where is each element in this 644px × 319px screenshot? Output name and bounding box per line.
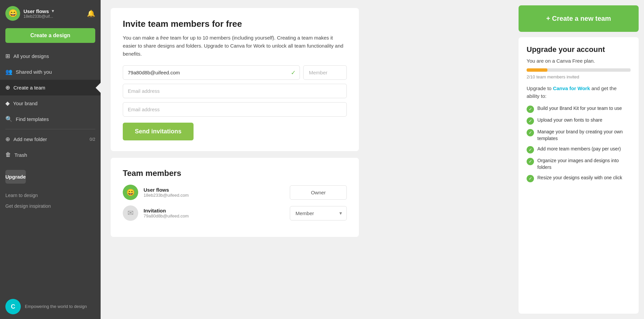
user-email: 18eb233b@uif...: [23, 14, 84, 19]
templates-icon: 🔍: [5, 116, 12, 123]
sidebar-item-find-templates[interactable]: 🔍 Find templates: [0, 111, 101, 127]
check-circle-icon: ✓: [527, 175, 534, 182]
member-avatar-invitation: ✉: [123, 205, 138, 221]
check-circle-icon: ✓: [527, 129, 534, 136]
create-new-team-button[interactable]: + Create a new team: [519, 5, 639, 32]
team-card: Team members 😄 User flows 18eb233b@uifee…: [111, 158, 359, 237]
invite-title: Invite team members for free: [123, 19, 347, 29]
role-box-owner: Owner: [290, 185, 347, 200]
member-avatar-owner: 😄: [123, 185, 138, 200]
email-input-3[interactable]: [123, 102, 347, 117]
sidebar-item-add-folder[interactable]: ⊕ Add new folder 0/2: [0, 131, 101, 147]
check-circle-icon: ✓: [527, 146, 534, 153]
sidebar-link-inspiration[interactable]: Get design inspiration: [5, 201, 95, 211]
chevron-down-icon: ▼: [51, 9, 55, 13]
canva-logo: C: [5, 299, 21, 314]
email-input-wrap-1: ✓: [123, 65, 300, 80]
feature-list: ✓ Build your Brand Kit for your team to …: [527, 105, 631, 182]
progress-label: 2/10 team members invited: [527, 74, 631, 79]
progress-bar: [527, 68, 631, 72]
sidebar-item-trash[interactable]: 🗑 Trash: [0, 147, 101, 163]
upgrade-subtitle: You are on a Canva Free plan.: [527, 58, 631, 64]
role-select-invitation[interactable]: Member Admin: [290, 206, 347, 220]
shared-icon: 👥: [5, 68, 12, 75]
sidebar-footer-links: Learn to design Get design inspiration: [0, 188, 101, 214]
member-email-invitation: 79a80d8b@uifeed.com: [144, 213, 284, 218]
check-circle-icon: ✓: [527, 158, 534, 165]
send-invitations-button[interactable]: Send invitations: [123, 123, 194, 140]
progress-bar-fill: [527, 68, 547, 72]
member-info-invitation: Invitation 79a80d8b@uifeed.com: [144, 208, 284, 218]
team-icon: ⊕: [5, 84, 10, 91]
main-content: Invite team members for free You can mak…: [101, 0, 513, 319]
trash-icon: 🗑: [5, 151, 11, 158]
member-email-owner: 18eb233b@uifeed.com: [144, 193, 284, 198]
email-valid-check-icon: ✓: [291, 69, 296, 76]
upgrade-button[interactable]: Upgrade: [5, 170, 26, 184]
folder-badge: 0/2: [90, 137, 95, 142]
table-row: ✉ Invitation 79a80d8b@uifeed.com Member …: [123, 205, 347, 221]
canva-tagline: Empowering the world to design: [25, 304, 87, 310]
list-item: ✓ Organize your images and designs into …: [527, 157, 631, 171]
sidebar-link-learn[interactable]: Learn to design: [5, 190, 95, 200]
right-panel: + Create a new team Upgrade your account…: [513, 0, 644, 319]
sidebar-item-your-brand[interactable]: ◆ Your brand: [0, 95, 101, 111]
sidebar-divider: [5, 129, 95, 129]
upgrade-card: Upgrade your account You are on a Canva …: [519, 37, 639, 314]
email-row-1: ✓ Member Admin Member: [123, 65, 347, 80]
member-info-owner: User flows 18eb233b@uifeed.com: [144, 187, 284, 198]
invite-card: Invite team members for free You can mak…: [111, 8, 359, 151]
create-design-button[interactable]: Create a design: [5, 28, 95, 43]
upgrade-card-title: Upgrade your account: [527, 45, 631, 54]
role-select-wrap-invitation: Member Admin ▼: [290, 206, 347, 220]
sidebar-item-all-designs[interactable]: ⊞ All your designs: [0, 48, 101, 64]
sidebar-item-shared[interactable]: 👥 Shared with you: [0, 64, 101, 80]
email-input-1[interactable]: [123, 65, 300, 80]
email-input-2[interactable]: [123, 84, 347, 98]
table-row: 😄 User flows 18eb233b@uifeed.com Owner: [123, 185, 347, 200]
user-info: User flows ▼ 18eb233b@uif...: [23, 8, 84, 19]
user-name: User flows ▼: [23, 8, 84, 14]
list-item: ✓ Add more team members (pay per user): [527, 146, 631, 153]
canva-for-work-link[interactable]: Canva for Work: [553, 85, 590, 91]
sidebar: 😄 User flows ▼ 18eb233b@uif... 🔔 Create …: [0, 0, 101, 319]
sidebar-bottom: C Empowering the world to design: [0, 294, 101, 319]
member-name-owner: User flows: [144, 187, 284, 193]
upgrade-cta-text: Upgrade to Canva for Work and get the ab…: [527, 85, 631, 100]
check-circle-icon: ✓: [527, 106, 534, 113]
sidebar-item-create-team[interactable]: ⊕ Create a team: [0, 80, 101, 95]
role-select-1[interactable]: Member Admin Member: [303, 65, 347, 80]
add-folder-icon: ⊕: [5, 136, 10, 143]
check-circle-icon: ✓: [527, 117, 534, 125]
list-item: ✓ Resize your designs easily with one cl…: [527, 175, 631, 182]
invite-description: You can make a free team for up to 10 me…: [123, 34, 347, 58]
list-item: ✓ Upload your own fonts to share: [527, 117, 631, 125]
member-name-invitation: Invitation: [144, 208, 284, 213]
notification-bell-icon[interactable]: 🔔: [87, 9, 95, 17]
list-item: ✓ Manage your brand by creating your own…: [527, 129, 631, 142]
grid-icon: ⊞: [5, 53, 10, 60]
user-avatar: 😄: [5, 6, 20, 21]
sidebar-header: 😄 User flows ▼ 18eb233b@uif... 🔔: [0, 0, 101, 25]
list-item: ✓ Build your Brand Kit for your team to …: [527, 105, 631, 113]
brand-icon: ◆: [5, 100, 10, 107]
sidebar-nav: ⊞ All your designs 👥 Shared with you ⊕ C…: [0, 48, 101, 294]
team-card-title: Team members: [123, 169, 347, 178]
